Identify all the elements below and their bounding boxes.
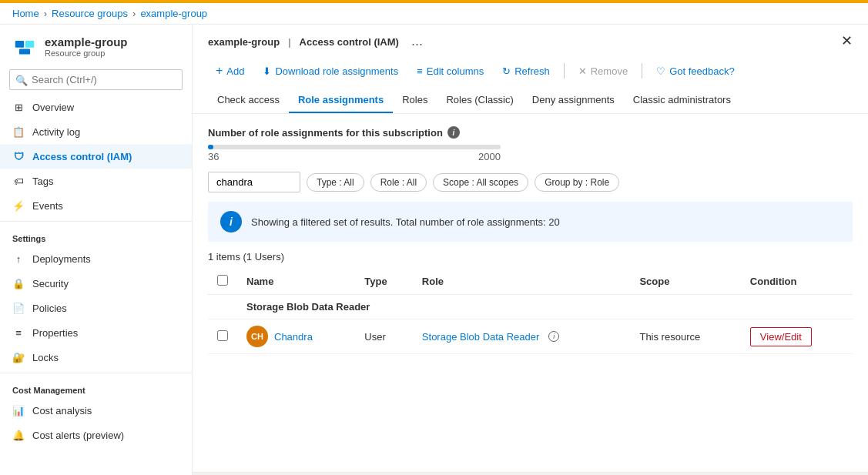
name-cell-content: CH Chandra: [246, 326, 346, 347]
progress-max: 2000: [478, 151, 501, 162]
sidebar-item-policies[interactable]: 📄 Policies: [0, 296, 192, 320]
refresh-label: Refresh: [514, 65, 550, 77]
filters: Type : All Role : All Scope : All scopes…: [208, 172, 853, 192]
resource-group-icon: [12, 34, 37, 59]
sidebar-item-label: Security: [32, 278, 69, 289]
col-role: Role: [413, 269, 631, 295]
locks-icon: 🔐: [12, 351, 25, 363]
row-checkbox[interactable]: [217, 330, 228, 341]
sidebar-item-events[interactable]: ⚡ Events: [0, 193, 192, 218]
download-icon: ⬇: [263, 65, 271, 77]
sidebar-item-tags[interactable]: 🏷 Tags: [0, 169, 192, 193]
sidebar-search[interactable]: 🔍: [9, 69, 183, 90]
search-input[interactable]: [9, 69, 183, 90]
row-type-cell: User: [355, 319, 413, 354]
sidebar-item-cost-analysis[interactable]: 📊 Cost analysis: [0, 398, 192, 423]
data-table: Name Type Role Scope Condition Storage B…: [208, 269, 853, 354]
breadcrumb-sep1: ›: [44, 8, 47, 19]
sidebar-item-activity-log[interactable]: 📋 Activity log: [0, 119, 192, 144]
role-info-icon[interactable]: i: [548, 331, 559, 342]
feedback-label: Got feedback?: [669, 65, 735, 77]
progress-labels: 36 2000: [208, 151, 501, 162]
main-content: example-group | Access control (IAM) ...…: [193, 25, 868, 475]
info-banner-text: Showing a filtered set of results. Total…: [251, 216, 560, 228]
sidebar-item-label: Deployments: [32, 253, 91, 265]
breadcrumb-example-group[interactable]: example-group: [140, 8, 207, 19]
download-button[interactable]: ⬇ Download role assignments: [255, 62, 406, 81]
group-checkbox-cell: [208, 295, 237, 319]
sidebar-item-label: Properties: [32, 327, 78, 339]
deployments-icon: ↑: [12, 253, 25, 265]
page-title-pipe: |: [288, 36, 290, 48]
sidebar-title-group: example-group Resource group: [45, 35, 128, 58]
svg-rect-1: [25, 41, 34, 48]
sidebar-nav: ⊞ Overview 📋 Activity log 🛡 Access contr…: [0, 95, 192, 475]
progress-bar-container: 36 2000: [208, 145, 853, 162]
tab-classic-admin[interactable]: Classic administrators: [624, 88, 740, 113]
tab-roles[interactable]: Roles: [393, 88, 437, 113]
table-row[interactable]: CH Chandra User Storage Blob Data Reader…: [208, 319, 853, 354]
select-all-checkbox[interactable]: [217, 275, 228, 286]
progress-bar-fill: [208, 145, 213, 149]
activity-log-icon: 📋: [12, 125, 25, 138]
view-edit-button[interactable]: View/Edit: [750, 327, 812, 346]
user-name-link[interactable]: Chandra: [274, 331, 313, 343]
search-icon: 🔍: [15, 74, 28, 85]
col-condition: Condition: [741, 269, 853, 295]
col-checkbox: [208, 269, 237, 295]
sidebar-item-overview[interactable]: ⊞ Overview: [0, 95, 192, 119]
page-title-iam: Access control (IAM): [300, 36, 399, 48]
download-label: Download role assignments: [275, 65, 398, 77]
more-options-icon[interactable]: ...: [411, 33, 423, 49]
sidebar-item-locks[interactable]: 🔐 Locks: [0, 345, 192, 370]
filter-role-chip[interactable]: Role : All: [370, 173, 427, 192]
tab-roles-classic[interactable]: Roles (Classic): [437, 88, 522, 113]
breadcrumb-resource-groups[interactable]: Resource groups: [52, 8, 128, 19]
refresh-icon: ↻: [502, 65, 511, 77]
sidebar-item-properties[interactable]: ≡ Properties: [0, 320, 192, 345]
policies-icon: 📄: [12, 302, 25, 314]
feedback-button[interactable]: ♡ Got feedback?: [648, 62, 742, 81]
tab-check-access[interactable]: Check access: [208, 88, 289, 113]
progress-bar-track: [208, 145, 501, 149]
filter-scope-chip[interactable]: Scope : All scopes: [433, 173, 528, 192]
filter-groupby-chip[interactable]: Group by : Role: [535, 173, 619, 192]
tabs: Check access Role assignments Roles Role…: [208, 88, 853, 113]
row-scope-cell: This resource: [630, 319, 740, 354]
breadcrumb-sep2: ›: [132, 8, 136, 19]
properties-icon: ≡: [12, 326, 25, 339]
table-header: Name Type Role Scope Condition: [208, 269, 853, 295]
tab-deny-assignments[interactable]: Deny assignments: [523, 88, 624, 113]
sidebar-item-deployments[interactable]: ↑ Deployments: [0, 246, 192, 271]
sidebar-item-label: Overview: [32, 102, 74, 113]
breadcrumb-home[interactable]: Home: [12, 8, 39, 19]
subscription-info-icon[interactable]: i: [447, 126, 460, 139]
add-button[interactable]: + Add: [208, 60, 252, 82]
toolbar: + Add ⬇ Download role assignments ≡ Edit…: [208, 55, 853, 88]
user-avatar: CH: [246, 326, 268, 347]
progress-current: 36: [208, 151, 219, 162]
edit-columns-button[interactable]: ≡ Edit columns: [409, 62, 491, 81]
feedback-icon: ♡: [656, 65, 665, 77]
sidebar-resource-name: example-group: [45, 35, 128, 49]
filter-type-chip[interactable]: Type : All: [307, 173, 364, 192]
remove-button[interactable]: ✕ Remove: [571, 62, 635, 81]
col-type: Type: [355, 269, 413, 295]
role-link[interactable]: Storage Blob Data Reader: [422, 331, 539, 343]
close-button[interactable]: ✕: [841, 32, 853, 49]
sidebar-item-iam[interactable]: 🛡 Access control (IAM): [0, 144, 192, 169]
divider-settings: [0, 221, 192, 222]
refresh-button[interactable]: ↻ Refresh: [494, 62, 558, 81]
toolbar-divider: [564, 63, 565, 79]
col-name: Name: [237, 269, 355, 295]
divider-cost: [0, 373, 192, 373]
columns-icon: ≡: [417, 65, 423, 77]
filter-search-input[interactable]: [208, 172, 300, 192]
group-row-label: Storage Blob Data Reader: [237, 295, 853, 319]
sidebar-item-cost-alerts[interactable]: 🔔 Cost alerts (preview): [0, 423, 192, 447]
svg-rect-0: [15, 41, 24, 48]
sidebar-item-security[interactable]: 🔒 Security: [0, 271, 192, 296]
tab-role-assignments[interactable]: Role assignments: [289, 88, 393, 113]
role-cell-content: Storage Blob Data Reader i: [422, 331, 622, 343]
cost-alerts-icon: 🔔: [12, 429, 25, 441]
